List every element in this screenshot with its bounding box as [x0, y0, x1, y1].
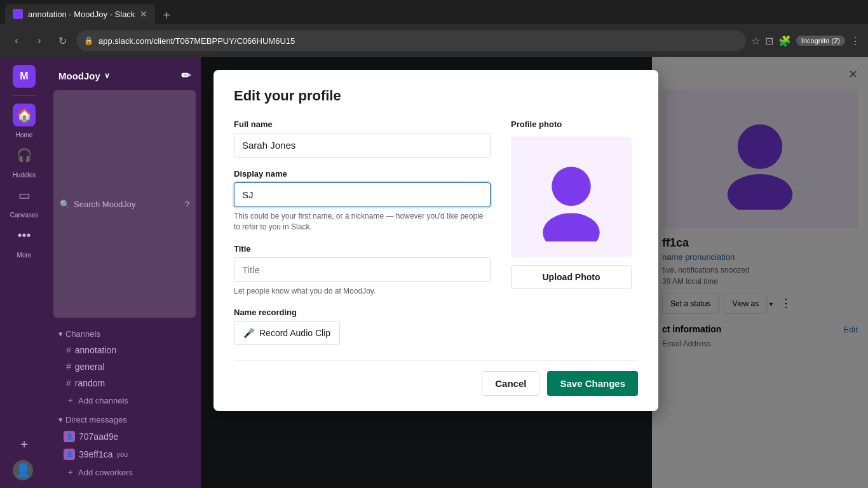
- title-input[interactable]: [234, 257, 491, 282]
- sidebar-item-huddles[interactable]: 🎧: [13, 144, 36, 166]
- extension-icon[interactable]: 🧩: [778, 35, 791, 47]
- upload-photo-button[interactable]: Upload Photo: [511, 265, 632, 289]
- address-bar[interactable]: 🔒 app.slack.com/client/T067MEBPPUY/C066H…: [76, 30, 746, 51]
- search-placeholder: Search MoodJoy: [74, 200, 136, 209]
- add-coworkers-button[interactable]: ＋ Add coworkers: [48, 464, 201, 480]
- sidebar: M 🏠 Home 🎧 Huddles ▭ Canvases ••• More ＋…: [0, 57, 48, 488]
- full-name-label: Full name: [234, 119, 491, 129]
- channel-item-annotation[interactable]: # annotation: [48, 342, 201, 358]
- profile-photo-label: Profile photo: [511, 119, 638, 129]
- workspace-avatar[interactable]: M: [13, 65, 36, 88]
- add-workspace-button[interactable]: ＋: [13, 432, 36, 455]
- dm-item-707[interactable]: 👤 707aad9e: [48, 428, 201, 445]
- dm-you-badge: you: [116, 451, 128, 458]
- url-text: app.slack.com/client/T067MEBPPUY/C066HUM…: [98, 36, 295, 46]
- sidebar-toggle-icon[interactable]: ⊡: [765, 35, 773, 47]
- display-name-group: Display name This could be your first na…: [234, 169, 491, 233]
- hash-icon: #: [66, 378, 71, 388]
- sidebar-item-canvases[interactable]: ▭: [13, 184, 36, 207]
- channel-item-random[interactable]: # random: [48, 376, 201, 391]
- channel-item-general[interactable]: # general: [48, 359, 201, 374]
- incognito-badge: Incognito (2): [796, 36, 845, 46]
- tab-title: annotation - MoodJoy - Slack: [28, 10, 135, 19]
- app-container: M 🏠 Home 🎧 Huddles ▭ Canvases ••• More ＋…: [0, 57, 868, 488]
- dm-name: 39eff1ca: [79, 449, 112, 459]
- cancel-button[interactable]: Cancel: [482, 371, 539, 396]
- main-content: ✕ ff1ca name pronunciation tive, notific…: [201, 57, 868, 488]
- add-channels-button[interactable]: ＋ Add channels: [48, 392, 201, 409]
- title-group: Title Let people know what you do at Moo…: [234, 244, 491, 297]
- modal-footer: Cancel Save Changes: [234, 360, 638, 396]
- modal-body: Full name Display name This could be you…: [234, 119, 638, 345]
- dm-avatar-707: 👤: [64, 431, 75, 442]
- dm-item-39eff[interactable]: 👤 39eff1ca you: [48, 446, 201, 463]
- refresh-button[interactable]: ↻: [53, 32, 71, 50]
- sidebar-item-canvases-label: Canvases: [10, 212, 38, 219]
- name-recording-group: Name recording 🎤 Record Audio Clip: [234, 308, 491, 345]
- modal-form-left: Full name Display name This could be you…: [234, 119, 491, 345]
- help-icon: ?: [185, 200, 189, 209]
- dms-section-label: ▾ Direct messages: [48, 410, 201, 427]
- tab-close-button[interactable]: ✕: [140, 9, 147, 19]
- sidebar-item-more[interactable]: •••: [13, 224, 36, 247]
- slack-search-bar[interactable]: 🔍 Search MoodJoy ?: [53, 90, 196, 318]
- forward-button[interactable]: ›: [31, 32, 48, 50]
- channel-name: general: [75, 362, 105, 372]
- tab-bar: annotation - MoodJoy - Slack ✕ +: [0, 0, 868, 24]
- dm-avatar-39eff: 👤: [64, 449, 75, 460]
- record-audio-button[interactable]: 🎤 Record Audio Clip: [234, 321, 340, 345]
- nav-actions: ☆ ⊡ 🧩 Incognito (2) ⋮: [751, 35, 860, 47]
- plus-icon: ＋: [66, 466, 74, 478]
- dropdown-icon: ∨: [104, 71, 110, 80]
- plus-icon: ＋: [66, 395, 74, 406]
- sidebar-item-more-label: More: [17, 252, 32, 259]
- channel-name: annotation: [75, 345, 116, 355]
- channels-collapse-icon[interactable]: ▾: [58, 329, 63, 339]
- modal-form-right: Profile photo Upload Photo: [511, 119, 638, 345]
- name-recording-label: Name recording: [234, 308, 491, 317]
- modal-title: Edit your profile: [234, 88, 638, 104]
- menu-icon[interactable]: ⋮: [850, 35, 860, 47]
- hash-icon: #: [66, 362, 71, 372]
- channel-name: random: [75, 378, 105, 388]
- active-tab[interactable]: annotation - MoodJoy - Slack ✕: [5, 4, 155, 24]
- channel-panel: MoodJoy ∨ ✏ 🔍 Search MoodJoy ? ▾ Channel…: [48, 57, 201, 488]
- star-icon[interactable]: ☆: [751, 35, 760, 47]
- title-hint: Let people know what you do at MoodJoy.: [234, 286, 491, 297]
- save-changes-button[interactable]: Save Changes: [547, 371, 638, 396]
- display-name-hint: This could be your first name, or a nick…: [234, 211, 491, 233]
- lock-icon: 🔒: [84, 36, 93, 45]
- sidebar-separator: [13, 95, 36, 96]
- full-name-input[interactable]: [234, 133, 491, 158]
- dm-name: 707aad9e: [79, 431, 118, 442]
- back-button[interactable]: ‹: [8, 32, 25, 50]
- tab-favicon: [13, 9, 23, 19]
- edit-profile-modal: Edit your profile Full name Display name: [214, 70, 658, 411]
- modal-overlay: Edit your profile Full name Display name: [201, 57, 868, 488]
- new-tab-button[interactable]: +: [158, 6, 175, 24]
- avatar-svg: [527, 152, 616, 241]
- dms-collapse-icon[interactable]: ▾: [58, 415, 63, 424]
- channels-section-label: ▾ Channels: [48, 324, 201, 341]
- workspace-name[interactable]: MoodJoy ∨ ✏: [48, 65, 201, 86]
- profile-photo-container: [511, 137, 632, 257]
- full-name-group: Full name: [234, 119, 491, 158]
- hash-icon: #: [66, 345, 71, 355]
- display-name-label: Display name: [234, 169, 491, 179]
- sidebar-item-huddles-label: Huddles: [13, 172, 36, 179]
- sidebar-item-home[interactable]: 🏠: [13, 104, 36, 126]
- svg-point-3: [552, 166, 591, 206]
- browser-chrome: annotation - MoodJoy - Slack ✕ + ‹ › ↻ 🔒…: [0, 0, 868, 57]
- display-name-input[interactable]: [234, 182, 491, 207]
- user-avatar-button[interactable]: 👤: [13, 460, 33, 480]
- compose-icon[interactable]: ✏: [181, 69, 191, 83]
- nav-bar: ‹ › ↻ 🔒 app.slack.com/client/T067MEBPPUY…: [0, 24, 868, 57]
- search-icon: 🔍: [60, 200, 70, 209]
- microphone-icon: 🎤: [243, 328, 254, 338]
- title-label: Title: [234, 244, 491, 254]
- sidebar-item-home-label: Home: [16, 132, 33, 139]
